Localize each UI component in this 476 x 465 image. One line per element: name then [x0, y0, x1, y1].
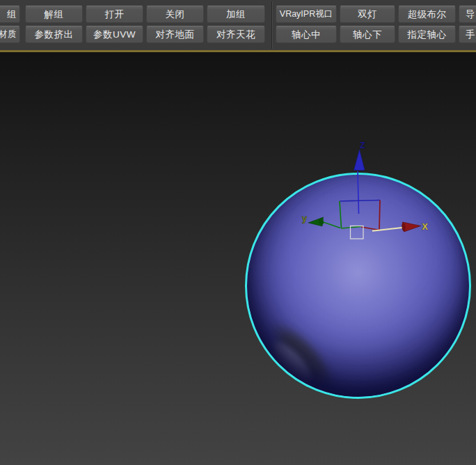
transform-gizmo[interactable]: Z y X — [0, 0, 476, 465]
app-window: 组 解组 打开 关闭 加组 VRayIPR视口 双灯 超级布尔 导 刂材质 参数… — [0, 0, 476, 465]
x-axis-label: X — [422, 222, 429, 232]
y-axis-line[interactable] — [322, 222, 340, 228]
z-axis-line[interactable] — [358, 171, 359, 214]
plane-handle-left-edge[interactable] — [340, 201, 342, 228]
plane-handle-bottom-left-edge[interactable] — [342, 227, 361, 229]
z-axis-label: Z — [360, 141, 365, 150]
plane-handle-bottom-right-edge[interactable] — [361, 227, 379, 230]
plane-handle-top-edge[interactable] — [340, 200, 380, 202]
y-axis-label: y — [302, 214, 307, 223]
z-axis-arrow[interactable] — [354, 150, 365, 171]
plane-handle-right-edge[interactable] — [379, 200, 380, 230]
